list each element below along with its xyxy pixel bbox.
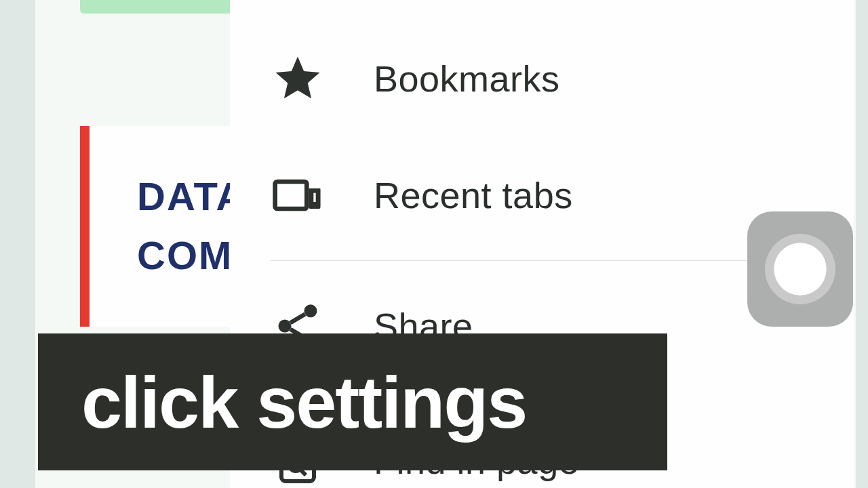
devices-icon xyxy=(271,168,325,222)
assistive-touch-circle xyxy=(765,234,835,304)
background-card: DATA COM xyxy=(80,126,236,327)
menu-label-recent-tabs: Recent tabs xyxy=(374,174,573,216)
menu-divider xyxy=(271,260,813,261)
svg-point-4 xyxy=(279,320,292,333)
card-text-line1: DATA xyxy=(137,167,216,226)
menu-item-bookmarks[interactable]: Bookmarks xyxy=(230,20,854,137)
menu-label-bookmarks: Bookmarks xyxy=(374,58,560,100)
card-text-line2: COM xyxy=(137,226,216,285)
star-icon xyxy=(271,52,325,106)
svg-line-7 xyxy=(301,470,307,476)
instruction-caption: click settings xyxy=(38,333,667,470)
caption-text: click settings xyxy=(81,360,526,445)
green-chip xyxy=(80,0,236,14)
assistive-touch-button[interactable] xyxy=(747,211,853,327)
svg-rect-2 xyxy=(311,190,318,204)
svg-point-3 xyxy=(304,304,317,317)
svg-rect-0 xyxy=(275,182,307,209)
